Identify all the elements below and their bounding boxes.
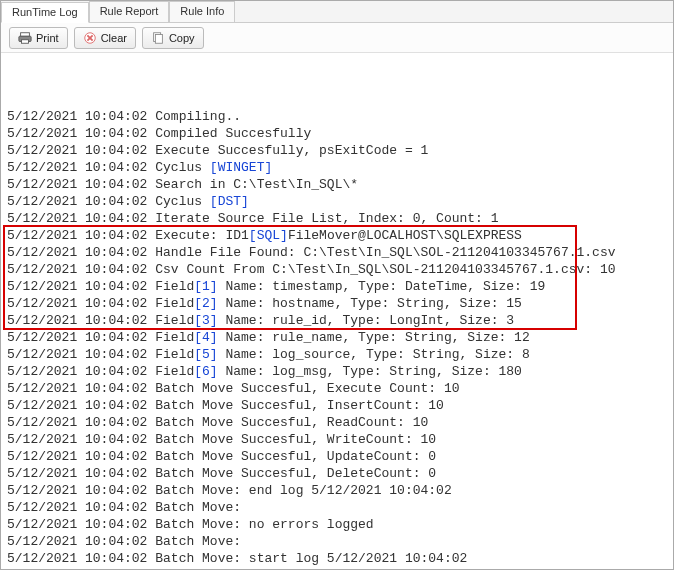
log-line: 5/12/2021 10:04:02 Batch Move: end log 5… bbox=[7, 482, 667, 499]
log-text: Field bbox=[155, 312, 194, 329]
log-line: 5/12/2021 10:04:02 Handle File Found: C:… bbox=[7, 244, 667, 261]
log-text: Cyclus bbox=[155, 193, 210, 210]
log-line: 5/12/2021 10:04:02 Cyclus [WINGET] bbox=[7, 159, 667, 176]
log-timestamp: 5/12/2021 10:04:02 bbox=[7, 295, 155, 312]
tab-rule-report[interactable]: Rule Report bbox=[89, 1, 170, 22]
log-line: 5/12/2021 10:04:02 Batch Move Succesful,… bbox=[7, 380, 667, 397]
log-text: Name: hostname, Type: String, Size: 15 bbox=[218, 295, 522, 312]
tab-rule-info[interactable]: Rule Info bbox=[169, 1, 235, 22]
log-timestamp: 5/12/2021 10:04:02 bbox=[7, 397, 155, 414]
log-timestamp: 5/12/2021 10:04:02 bbox=[7, 193, 155, 210]
log-line: 5/12/2021 10:04:02 Batch Move: bbox=[7, 499, 667, 516]
log-bracket-token: [3] bbox=[194, 312, 217, 329]
log-text: Batch Move Succesful, DeleteCount: 0 bbox=[155, 465, 436, 482]
log-line: 5/12/2021 10:04:02 Compiling.. bbox=[7, 108, 667, 125]
tab-runtime-log[interactable]: RunTime Log bbox=[1, 2, 89, 23]
log-text: Compiled Succesfully bbox=[155, 125, 311, 142]
log-line: 5/12/2021 10:04:02 Field[1] Name: timest… bbox=[7, 278, 667, 295]
log-timestamp: 5/12/2021 10:04:02 bbox=[7, 414, 155, 431]
tab-bar: RunTime LogRule ReportRule Info bbox=[1, 1, 673, 23]
log-text: Name: timestamp, Type: DateTime, Size: 1… bbox=[218, 278, 546, 295]
log-line: 5/12/2021 10:04:02 Field[3] Name: rule_i… bbox=[7, 312, 667, 329]
log-line: 5/12/2021 10:04:02 *********************… bbox=[7, 567, 667, 569]
log-text: Batch Move: end log 5/12/2021 10:04:02 bbox=[155, 482, 451, 499]
log-line: 5/12/2021 10:04:02 Batch Move Succesful,… bbox=[7, 414, 667, 431]
log-bracket-token: [1] bbox=[194, 278, 217, 295]
log-timestamp: 5/12/2021 10:04:02 bbox=[7, 261, 155, 278]
log-line: 5/12/2021 10:04:02 Field[4] Name: rule_n… bbox=[7, 329, 667, 346]
log-line: 5/12/2021 10:04:02 Batch Move: no errors… bbox=[7, 516, 667, 533]
log-timestamp: 5/12/2021 10:04:02 bbox=[7, 363, 155, 380]
log-line: 5/12/2021 10:04:02 Batch Move: start log… bbox=[7, 550, 667, 567]
log-line: 5/12/2021 10:04:02 Batch Move Succesful,… bbox=[7, 448, 667, 465]
log-line: 5/12/2021 10:04:02 Search in C:\Test\In_… bbox=[7, 176, 667, 193]
svg-rect-2 bbox=[22, 39, 29, 43]
log-text: Name: rule_name, Type: String, Size: 12 bbox=[218, 329, 530, 346]
log-timestamp: 5/12/2021 10:04:02 bbox=[7, 142, 155, 159]
log-timestamp: 5/12/2021 10:04:02 bbox=[7, 380, 155, 397]
print-button[interactable]: Print bbox=[9, 27, 68, 49]
log-line: 5/12/2021 10:04:02 Iterate Source File L… bbox=[7, 210, 667, 227]
log-timestamp: 5/12/2021 10:04:02 bbox=[7, 312, 155, 329]
log-line: 5/12/2021 10:04:02 Batch Move Succesful,… bbox=[7, 397, 667, 414]
log-text: Execute: ID1 bbox=[155, 227, 249, 244]
log-bracket-token: [DST] bbox=[210, 193, 249, 210]
log-text: Iterate Source File List, Index: 0, Coun… bbox=[155, 210, 498, 227]
toolbar: Print Clear Copy bbox=[1, 23, 673, 53]
log-timestamp: 5/12/2021 10:04:02 bbox=[7, 227, 155, 244]
log-line: 5/12/2021 10:04:02 Csv Count From C:\Tes… bbox=[7, 261, 667, 278]
log-text: Field bbox=[155, 278, 194, 295]
log-text: Compiling.. bbox=[155, 108, 241, 125]
log-text: Search in C:\Test\In_SQL\* bbox=[155, 176, 358, 193]
log-timestamp: 5/12/2021 10:04:02 bbox=[7, 329, 155, 346]
svg-rect-7 bbox=[155, 34, 162, 43]
log-bracket-token: [5] bbox=[194, 346, 217, 363]
log-bracket-token: [WINGET] bbox=[210, 159, 272, 176]
log-line: 5/12/2021 10:04:02 Field[2] Name: hostna… bbox=[7, 295, 667, 312]
log-bracket-token: [6] bbox=[194, 363, 217, 380]
log-timestamp: 5/12/2021 10:04:02 bbox=[7, 278, 155, 295]
log-timestamp: 5/12/2021 10:04:02 bbox=[7, 482, 155, 499]
log-timestamp: 5/12/2021 10:04:02 bbox=[7, 516, 155, 533]
log-bracket-token: [4] bbox=[194, 329, 217, 346]
log-text: Execute Succesfully, psExitCode = 1 bbox=[155, 142, 428, 159]
print-label: Print bbox=[36, 32, 59, 44]
log-line: 5/12/2021 10:04:02 Execute: ID1[SQL]File… bbox=[7, 227, 667, 244]
log-timestamp: 5/12/2021 10:04:02 bbox=[7, 567, 155, 569]
clear-button[interactable]: Clear bbox=[74, 27, 136, 49]
log-timestamp: 5/12/2021 10:04:02 bbox=[7, 125, 155, 142]
log-line: 5/12/2021 10:04:02 Batch Move: bbox=[7, 533, 667, 550]
log-text: Field bbox=[155, 346, 194, 363]
log-timestamp: 5/12/2021 10:04:02 bbox=[7, 499, 155, 516]
log-text: Batch Move Succesful, Execute Count: 10 bbox=[155, 380, 459, 397]
log-text: Field bbox=[155, 363, 194, 380]
log-line: 5/12/2021 10:04:02 Field[6] Name: log_ms… bbox=[7, 363, 667, 380]
log-line: 5/12/2021 10:04:02 Field[5] Name: log_so… bbox=[7, 346, 667, 363]
log-timestamp: 5/12/2021 10:04:02 bbox=[7, 346, 155, 363]
svg-rect-0 bbox=[21, 32, 30, 36]
log-timestamp: 5/12/2021 10:04:02 bbox=[7, 244, 155, 261]
clear-icon bbox=[83, 31, 97, 45]
log-text: Cyclus bbox=[155, 159, 210, 176]
log-timestamp: 5/12/2021 10:04:02 bbox=[7, 210, 155, 227]
log-timestamp: 5/12/2021 10:04:02 bbox=[7, 465, 155, 482]
log-text: Handle File Found: C:\Test\In_SQL\SOL-21… bbox=[155, 244, 615, 261]
log-line: 5/12/2021 10:04:02 Batch Move Succesful,… bbox=[7, 431, 667, 448]
log-text: Field bbox=[155, 295, 194, 312]
copy-icon bbox=[151, 31, 165, 45]
clear-label: Clear bbox=[101, 32, 127, 44]
log-text: Name: rule_id, Type: LongInt, Size: 3 bbox=[218, 312, 514, 329]
log-text: Batch Move Succesful, InsertCount: 10 bbox=[155, 397, 444, 414]
log-text: Batch Move Succesful, ReadCount: 10 bbox=[155, 414, 428, 431]
log-text: ****************************************… bbox=[155, 567, 623, 569]
log-text: Batch Move: bbox=[155, 499, 241, 516]
log-line: 5/12/2021 10:04:02 Execute Succesfully, … bbox=[7, 142, 667, 159]
print-icon bbox=[18, 31, 32, 45]
log-line: 5/12/2021 10:04:02 Batch Move Succesful,… bbox=[7, 465, 667, 482]
log-timestamp: 5/12/2021 10:04:02 bbox=[7, 448, 155, 465]
log-timestamp: 5/12/2021 10:04:02 bbox=[7, 533, 155, 550]
log-pane[interactable]: 5/12/2021 10:04:02 Compiling..5/12/2021 … bbox=[1, 53, 673, 569]
copy-button[interactable]: Copy bbox=[142, 27, 204, 49]
log-timestamp: 5/12/2021 10:04:02 bbox=[7, 176, 155, 193]
log-bracket-token: [SQL] bbox=[249, 227, 288, 244]
